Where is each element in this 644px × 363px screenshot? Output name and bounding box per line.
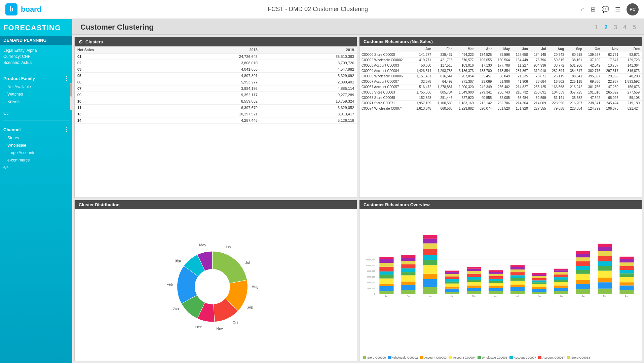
y-axis-label: 8,000,000: [367, 270, 375, 272]
x-axis-label: Jun: [494, 295, 497, 297]
filter-item-not-available[interactable]: Not Available: [5, 83, 72, 90]
y-axis-label: 4,000,000: [367, 282, 375, 284]
cb-value: 395,597: [584, 74, 602, 79]
cb-value: 42,042: [584, 63, 602, 68]
bar-segment: [467, 280, 481, 282]
cb-value: 516,472: [412, 84, 433, 90]
cb-col-header: Sep: [566, 46, 584, 52]
cb-value: 139,267: [584, 52, 602, 58]
cb-value: 1,278,881: [433, 84, 454, 90]
bar-segment: [598, 282, 612, 289]
cb-value: 147,289: [602, 84, 620, 90]
cb-value: 627,920: [455, 95, 476, 101]
cb-value: 228,584: [566, 106, 584, 111]
bar-segment: [619, 270, 634, 273]
table-row: C00071 Store C000711,957,1091,100,5801,1…: [359, 101, 642, 106]
cluster-2018: 3,994,195: [164, 85, 260, 92]
legend-item: Account C00057: [538, 356, 565, 359]
cb-value: 1,613,648: [412, 106, 433, 111]
bar-segment: [619, 257, 634, 259]
nav-num-4[interactable]: 4: [623, 24, 627, 31]
nav-num-1[interactable]: 1: [595, 24, 598, 31]
cb-value: 79,658: [548, 106, 566, 111]
bar-segment: [576, 280, 590, 284]
filter-item-ecommerce[interactable]: e-commerce: [5, 156, 72, 164]
cb-value: 263,691: [530, 90, 548, 95]
dashboard: ⊙ Clusters Net Sales 2018 2019: [72, 35, 644, 363]
cb-value: 128,650: [512, 52, 530, 58]
cb-value: 214,009: [530, 101, 548, 106]
table-row: C00068 Store C00068152,828291,446627,920…: [359, 95, 642, 101]
table-row: 07 3,994,195 4,885,114: [75, 85, 357, 92]
table-row: C00000 Store C00000141,277239,437494,223…: [359, 52, 642, 58]
bar-segment: [554, 288, 568, 291]
cb-value: 381,766: [584, 84, 602, 90]
filter-item-knives[interactable]: Knives: [5, 98, 72, 105]
board-logo-text: board: [21, 5, 41, 14]
cb-value: 129,723: [620, 58, 642, 63]
bar-segment: [598, 247, 612, 251]
x-axis-label: Apr: [451, 295, 454, 297]
cluster-2018: 6,397,679: [164, 105, 260, 111]
user-avatar[interactable]: PC: [627, 3, 639, 15]
table-row: C00007 Account C0000732,57864,497271,307…: [359, 79, 642, 84]
bar-segment: [510, 275, 525, 278]
cd-panel-header: Cluster Distribution: [75, 200, 357, 209]
legend-color: [509, 356, 513, 359]
x-axis-label: Dec: [625, 295, 629, 297]
bar-segment: [576, 251, 590, 254]
demand-planning-label: DEMAND PLANNING: [0, 36, 72, 45]
cb-value: 196,075: [602, 106, 620, 111]
nav-num-5[interactable]: 5: [633, 24, 636, 31]
legend-label: Account C00057: [542, 356, 565, 359]
cb-value: 59,108: [620, 95, 642, 101]
cb-account-name: C00002 Wholesale C00002: [359, 58, 412, 63]
menu-icon[interactable]: ☰: [615, 6, 620, 13]
channel-menu[interactable]: ⋮: [64, 126, 69, 133]
bar-segment: [598, 266, 612, 271]
donut-month-label: Apr: [175, 259, 181, 263]
filter-item-large-accounts[interactable]: Large Accounts: [5, 149, 72, 156]
cluster-id: 05: [75, 73, 164, 79]
nav-num-2[interactable]: 2: [604, 24, 608, 31]
filter-item-wholesale[interactable]: Wholesale: [5, 142, 72, 149]
chat-icon[interactable]: 💬: [602, 6, 609, 13]
cluster-id: 11: [75, 105, 164, 111]
donut-month-label: Feb: [166, 282, 173, 286]
legend-label: Account C00003: [424, 356, 447, 359]
sidebar-divider-1: [3, 69, 70, 69]
nav-num-3[interactable]: 3: [614, 24, 617, 31]
filter-item-stores[interactable]: Stores: [5, 134, 72, 142]
bar-segment: [467, 288, 481, 291]
table-row: 03 4,041,666 4,547,982: [75, 66, 357, 73]
donut-month-label: Nov: [216, 327, 223, 331]
cb-table: JanFebMarAprMayJunJulAugSepOctNovDec C00…: [359, 46, 642, 111]
bar-segment: [554, 269, 568, 270]
product-family-menu[interactable]: ⋮: [64, 75, 69, 82]
cb-value: 78,871: [530, 74, 548, 79]
donut-month-label: Aug: [252, 285, 259, 289]
home-icon[interactable]: ⌂: [581, 6, 584, 13]
x-axis-label: Jan: [385, 295, 388, 297]
legend-label: Wholesale C00006: [482, 356, 507, 359]
bar-segment: [554, 275, 568, 277]
bar-chart-svg: 12,000,00010,000,0008,000,0006,000,0004,…: [359, 209, 642, 351]
cb-col-header: Oct: [584, 46, 602, 52]
product-family-section: Product Family ⋮ Not Available Watches K…: [0, 71, 72, 119]
cb-col-header: Mar: [455, 46, 476, 52]
bar-segment: [401, 290, 415, 294]
bar-segment: [554, 272, 568, 275]
grid-icon[interactable]: ⊞: [591, 6, 596, 13]
bar-segment: [401, 282, 415, 285]
table-row: C00006 Wholesale C000061,151,461816,5412…: [359, 74, 642, 79]
bar-segment: [532, 276, 546, 278]
cb-value: 419,771: [412, 58, 433, 63]
cb-value: 271,307: [455, 79, 476, 84]
cb-value: 89,596: [494, 52, 512, 58]
bar-segment: [532, 289, 546, 292]
cb-value: 219,180: [620, 101, 642, 106]
cb-value: 238,571: [584, 101, 602, 106]
bar-segment: [510, 287, 525, 291]
filter-item-watches[interactable]: Watches: [5, 90, 72, 98]
cb-value: 137,190: [584, 58, 602, 63]
